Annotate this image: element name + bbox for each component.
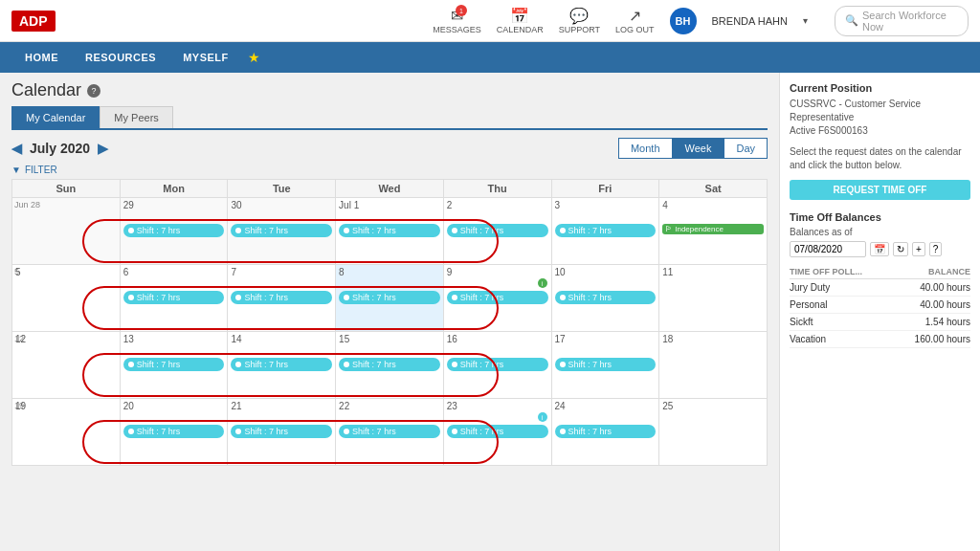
calendar-cell[interactable]: 25: [659, 399, 768, 466]
help-icon[interactable]: ?: [87, 84, 100, 98]
calendar-cell[interactable]: 1212: [12, 332, 121, 399]
menu-bar: HOME RESOURCES MYSELF ★: [0, 42, 980, 73]
shift-badge[interactable]: Shift : 7 hrs: [555, 224, 657, 237]
info-balance-button[interactable]: ?: [929, 242, 943, 256]
calendar-cell[interactable]: Jul 1Shift : 7 hrs: [336, 198, 444, 265]
balance-col-type: TIME OFF POLL...: [790, 265, 892, 279]
calendar-cell[interactable]: 4🏳Independence: [659, 198, 768, 265]
messages-label: MESSAGES: [433, 25, 481, 34]
shift-badge[interactable]: Shift : 7 hrs: [447, 425, 548, 438]
next-month-button[interactable]: ▶: [98, 141, 108, 156]
user-name[interactable]: BRENDA HAHN: [712, 15, 788, 27]
shift-badge[interactable]: Shift : 7 hrs: [447, 291, 548, 304]
calendar-cell[interactable]: 18: [659, 332, 768, 399]
col-mon: Mon: [120, 180, 228, 198]
shift-badge[interactable]: Shift : 7 hrs: [447, 358, 548, 371]
shift-badge[interactable]: Shift : 7 hrs: [339, 291, 440, 304]
menu-myself[interactable]: MYSELF: [169, 42, 242, 73]
tab-my-peers[interactable]: My Peers: [100, 106, 172, 128]
calendar-cell[interactable]: 24Shift : 7 hrs: [551, 399, 659, 466]
shift-dot: [235, 295, 241, 300]
menu-resources[interactable]: RESOURCES: [72, 42, 169, 73]
shift-badge[interactable]: Shift : 7 hrs: [123, 425, 225, 438]
info-icon-blue: i: [538, 412, 547, 422]
support-nav-item[interactable]: 💬 SUPPORT: [559, 7, 600, 34]
messages-nav-item[interactable]: ✉ 1 MESSAGES: [433, 7, 481, 34]
calendar-cell[interactable]: 21Shift : 7 hrs: [228, 399, 336, 466]
calendar-week-row: 191920Shift : 7 hrs21Shift : 7 hrs22Shif…: [12, 399, 768, 466]
shift-badge[interactable]: Shift : 7 hrs: [231, 358, 332, 371]
col-fri: Fri: [551, 180, 659, 198]
calendar-cell[interactable]: 1919: [12, 399, 121, 466]
refresh-button[interactable]: ↻: [893, 242, 908, 256]
calendar-cell[interactable]: 23Shift : 7 hrsi: [443, 399, 551, 466]
calendar-cell[interactable]: 17Shift : 7 hrs: [551, 332, 659, 399]
shift-badge[interactable]: Shift : 7 hrs: [555, 358, 657, 371]
day-number: 18: [662, 334, 764, 344]
calendar-cell[interactable]: 6Shift : 7 hrs: [120, 265, 228, 332]
shift-badge[interactable]: Shift : 7 hrs: [123, 291, 225, 304]
calendar-cell[interactable]: 13Shift : 7 hrs: [120, 332, 228, 399]
calendar-cell[interactable]: 2Shift : 7 hrs: [443, 198, 551, 265]
calendar-cell[interactable]: 7Shift : 7 hrs: [228, 265, 336, 332]
logout-nav-item[interactable]: ↗ LOG OUT: [615, 7, 655, 34]
balance-type: Sickft: [790, 314, 892, 331]
shift-badge[interactable]: Shift : 7 hrs: [447, 224, 548, 237]
calendar-cell[interactable]: 20Shift : 7 hrs: [120, 399, 228, 466]
week-view-button[interactable]: Week: [673, 138, 724, 159]
favorites-icon[interactable]: ★: [248, 50, 260, 65]
shift-badge[interactable]: Shift : 7 hrs: [339, 358, 440, 371]
balance-date-input[interactable]: [790, 241, 866, 257]
calendar-cell[interactable]: 16Shift : 7 hrs: [443, 332, 551, 399]
balance-type: Jury Duty: [790, 279, 892, 297]
calendar-cell[interactable]: 14Shift : 7 hrs: [228, 332, 336, 399]
shift-dot: [560, 429, 566, 434]
calendar-wrapper: Sun Mon Tue Wed Thu Fri Sat Jun 2829Shif…: [11, 179, 768, 466]
month-view-button[interactable]: Month: [618, 138, 673, 159]
calendar-cell[interactable]: 8Shift : 7 hrs: [336, 265, 444, 332]
calendar-cell[interactable]: 15Shift : 7 hrs: [336, 332, 444, 399]
day-number: 15: [339, 334, 440, 344]
shift-badge[interactable]: Shift : 7 hrs: [231, 425, 332, 438]
filter-label[interactable]: FILTER: [25, 165, 57, 175]
shift-badge[interactable]: Shift : 7 hrs: [555, 425, 657, 438]
calendar-cell[interactable]: 29Shift : 7 hrs: [120, 198, 228, 265]
shift-badge[interactable]: Shift : 7 hrs: [555, 291, 657, 304]
calendar-cell[interactable]: 10Shift : 7 hrs: [551, 265, 659, 332]
prev-month-button[interactable]: ◀: [11, 141, 22, 156]
shift-badge[interactable]: Shift : 7 hrs: [339, 425, 440, 438]
logout-label: LOG OUT: [615, 25, 655, 34]
shift-dot: [128, 295, 134, 300]
calendar-cell[interactable]: 11: [659, 265, 768, 332]
holiday-badge: 🏳Independence: [662, 224, 764, 234]
request-time-off-button[interactable]: REQUEST TIME OFF: [790, 180, 970, 200]
shift-badge[interactable]: Shift : 7 hrs: [231, 224, 332, 237]
day-number: 3: [555, 200, 657, 210]
date-input-row: 📅 ↻ + ?: [790, 241, 970, 257]
col-sun: Sun: [12, 180, 121, 198]
shift-badge[interactable]: Shift : 7 hrs: [123, 224, 225, 237]
day-view-button[interactable]: Day: [724, 138, 768, 159]
calendar-cell[interactable]: 3Shift : 7 hrs: [551, 198, 659, 265]
day-number: 12: [15, 334, 117, 344]
calendar-picker-button[interactable]: 📅: [870, 242, 889, 256]
calendar-cell[interactable]: 55: [12, 265, 121, 332]
balance-row: Personal40.00 hours: [790, 297, 970, 314]
shift-badge[interactable]: Shift : 7 hrs: [339, 224, 440, 237]
calendar-cell[interactable]: Jun 28: [12, 198, 121, 265]
calendar-icon: 📅: [510, 7, 529, 25]
user-dropdown-icon[interactable]: ▾: [803, 15, 808, 26]
balance-col-amount: BALANCE: [892, 265, 970, 279]
flag-icon: 🏳: [665, 225, 673, 233]
shift-badge[interactable]: Shift : 7 hrs: [231, 291, 332, 304]
add-button[interactable]: +: [912, 242, 925, 256]
shift-badge[interactable]: Shift : 7 hrs: [123, 358, 225, 371]
shift-dot: [235, 362, 241, 367]
tab-my-calendar[interactable]: My Calendar: [11, 106, 100, 128]
calendar-cell[interactable]: 22Shift : 7 hrs: [336, 399, 444, 466]
menu-home[interactable]: HOME: [11, 42, 72, 73]
calendar-cell[interactable]: 30Shift : 7 hrs: [228, 198, 336, 265]
avatar[interactable]: BH: [670, 8, 697, 34]
calendar-cell[interactable]: 9Shift : 7 hrsi: [443, 265, 551, 332]
calendar-nav-item[interactable]: 📅 CALENDAR: [497, 7, 544, 34]
